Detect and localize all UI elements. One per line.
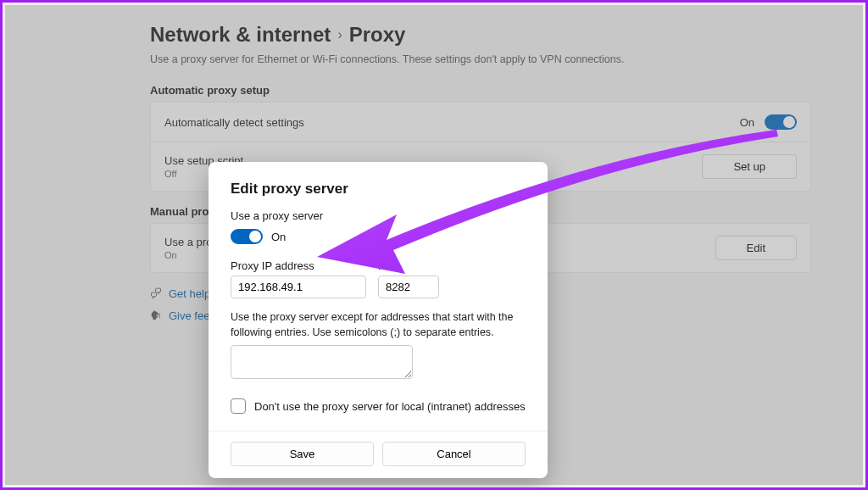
- edit-button[interactable]: Edit: [715, 236, 797, 260]
- breadcrumb-current: Proxy: [349, 23, 406, 47]
- dialog-toggle-status: On: [271, 231, 286, 243]
- dialog-use-proxy-label: Use a proxy server: [231, 209, 526, 222]
- auto-detect-status: On: [740, 116, 754, 129]
- auto-detect-toggle[interactable]: [765, 114, 797, 130]
- local-bypass-label: Don't use the proxy server for local (in…: [254, 400, 526, 413]
- auto-proxy-section-label: Automatic proxy setup: [150, 84, 811, 97]
- auto-detect-row: Automatically detect settings On: [151, 103, 810, 142]
- edit-proxy-dialog: Edit proxy server Use a proxy server On …: [209, 162, 548, 478]
- chevron-right-icon: ›: [337, 27, 342, 42]
- get-help-label: Get help: [169, 287, 210, 300]
- cancel-button[interactable]: Cancel: [382, 442, 526, 466]
- breadcrumb-parent[interactable]: Network & internet: [150, 23, 331, 47]
- feedback-icon: 🗣: [150, 309, 162, 322]
- exceptions-input[interactable]: [231, 345, 413, 379]
- exceptions-description: Use the proxy server except for addresse…: [231, 310, 526, 340]
- help-icon: 🗪: [150, 287, 162, 300]
- save-button[interactable]: Save: [231, 442, 374, 466]
- ip-label: Proxy IP address: [231, 259, 366, 272]
- port-label: Port: [378, 259, 439, 272]
- dialog-proxy-toggle[interactable]: [231, 229, 263, 244]
- proxy-ip-input[interactable]: [231, 276, 366, 298]
- proxy-port-input[interactable]: [378, 276, 439, 298]
- auto-detect-label: Automatically detect settings: [164, 116, 740, 129]
- page-subtitle: Use a proxy server for Ethernet or Wi-Fi…: [150, 53, 811, 65]
- breadcrumb: Network & internet › Proxy: [150, 23, 811, 47]
- setup-button[interactable]: Set up: [702, 154, 797, 179]
- dialog-title: Edit proxy server: [231, 181, 526, 198]
- local-bypass-checkbox[interactable]: [231, 398, 246, 414]
